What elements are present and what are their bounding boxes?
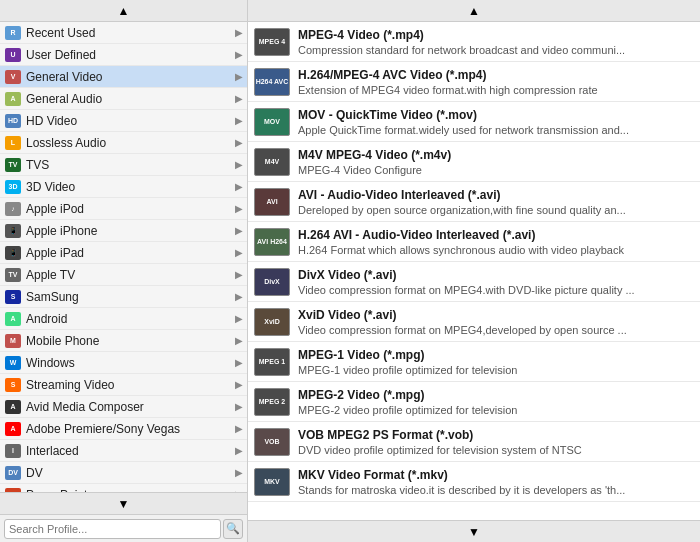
arrow-icon-adobe-premiere: ▶ [235, 423, 243, 434]
format-icon-divx: DivX [252, 265, 292, 298]
left-item-label-samsung: SamSung [26, 290, 235, 304]
arrow-icon-hd-video: ▶ [235, 115, 243, 126]
left-item-apple-ipod[interactable]: ♪Apple iPod▶ [0, 198, 247, 220]
left-item-lossless-audio[interactable]: LLossless Audio▶ [0, 132, 247, 154]
right-item-mpeg1[interactable]: MPEG 1MPEG-1 Video (*.mpg)MPEG-1 video p… [248, 342, 700, 382]
format-content-m4v: M4V MPEG-4 Video (*.m4v)MPEG-4 Video Con… [298, 145, 696, 178]
category-icon-tvs: TV [4, 157, 22, 173]
search-bar: 🔍 [0, 514, 247, 542]
right-panel: ▲ MPEG 4MPEG-4 Video (*.mp4)Compression … [248, 0, 700, 542]
format-icon-h264-avi: AVI H264 [252, 225, 292, 258]
right-scroll-down[interactable]: ▼ [248, 520, 700, 542]
search-button[interactable]: 🔍 [223, 519, 243, 539]
left-item-label-recent-used: Recent Used [26, 26, 235, 40]
format-content-mkv: MKV Video Format (*.mkv)Stands for matro… [298, 465, 696, 498]
left-item-mobile-phone[interactable]: MMobile Phone▶ [0, 330, 247, 352]
right-item-m4v[interactable]: M4VM4V MPEG-4 Video (*.m4v)MPEG-4 Video … [248, 142, 700, 182]
left-item-apple-ipad[interactable]: 📱Apple iPad▶ [0, 242, 247, 264]
left-list: RRecent Used▶UUser Defined▶VGeneral Vide… [0, 22, 247, 492]
category-icon-general-audio: A [4, 91, 22, 107]
format-icon-mkv: MKV [252, 465, 292, 498]
left-scroll-up[interactable]: ▲ [0, 0, 247, 22]
main-container: ▲ RRecent Used▶UUser Defined▶VGeneral Vi… [0, 0, 700, 542]
format-content-mpeg1: MPEG-1 Video (*.mpg)MPEG-1 video profile… [298, 345, 696, 378]
left-item-android[interactable]: AAndroid▶ [0, 308, 247, 330]
left-item-user-defined[interactable]: UUser Defined▶ [0, 44, 247, 66]
left-item-label-apple-ipod: Apple iPod [26, 202, 235, 216]
format-title-divx: DivX Video (*.avi) [298, 268, 696, 282]
format-content-xvid: XviD Video (*.avi)Video compression form… [298, 305, 696, 338]
format-desc-mpeg1: MPEG-1 video profile optimized for telev… [298, 364, 696, 376]
category-icon-hd-video: HD [4, 113, 22, 129]
search-input[interactable] [4, 519, 221, 539]
right-list: MPEG 4MPEG-4 Video (*.mp4)Compression st… [248, 22, 700, 520]
arrow-icon-windows: ▶ [235, 357, 243, 368]
left-item-label-user-defined: User Defined [26, 48, 235, 62]
left-item-label-apple-ipad: Apple iPad [26, 246, 235, 260]
right-item-mkv[interactable]: MKVMKV Video Format (*.mkv)Stands for ma… [248, 462, 700, 502]
category-icon-mobile-phone: M [4, 333, 22, 349]
left-item-label-apple-tv: Apple TV [26, 268, 235, 282]
left-item-label-interlaced: Interlaced [26, 444, 235, 458]
format-desc-h264-mp4: Extension of MPEG4 video format.with hig… [298, 84, 696, 96]
format-desc-divx: Video compression format on MPEG4.with D… [298, 284, 696, 296]
arrow-icon-streaming-video: ▶ [235, 379, 243, 390]
right-scroll-up[interactable]: ▲ [248, 0, 700, 22]
category-icon-user-defined: U [4, 47, 22, 63]
left-item-powerpoint[interactable]: PPowerPoint▶ [0, 484, 247, 492]
left-item-general-video[interactable]: VGeneral Video▶ [0, 66, 247, 88]
right-item-h264-mp4[interactable]: H264 AVCH.264/MPEG-4 AVC Video (*.mp4)Ex… [248, 62, 700, 102]
left-item-avid-media[interactable]: AAvid Media Composer▶ [0, 396, 247, 418]
category-icon-avid-media: A [4, 399, 22, 415]
right-item-h264-avi[interactable]: AVI H264H.264 AVI - Audio-Video Interlea… [248, 222, 700, 262]
left-item-label-android: Android [26, 312, 235, 326]
left-item-label-tvs: TVS [26, 158, 235, 172]
left-item-adobe-premiere[interactable]: AAdobe Premiere/Sony Vegas▶ [0, 418, 247, 440]
format-icon-xvid: XviD [252, 305, 292, 338]
format-icon-mpeg1: MPEG 1 [252, 345, 292, 378]
category-icon-samsung: S [4, 289, 22, 305]
right-item-xvid[interactable]: XviDXviD Video (*.avi)Video compression … [248, 302, 700, 342]
left-item-label-dv: DV [26, 466, 235, 480]
right-item-mpeg4[interactable]: MPEG 4MPEG-4 Video (*.mp4)Compression st… [248, 22, 700, 62]
arrow-icon-general-audio: ▶ [235, 93, 243, 104]
left-item-3d-video[interactable]: 3D3D Video▶ [0, 176, 247, 198]
left-item-general-audio[interactable]: AGeneral Audio▶ [0, 88, 247, 110]
arrow-icon-3d-video: ▶ [235, 181, 243, 192]
left-item-apple-tv[interactable]: TVApple TV▶ [0, 264, 247, 286]
left-item-label-apple-iphone: Apple iPhone [26, 224, 235, 238]
format-desc-m4v: MPEG-4 Video Configure [298, 164, 696, 176]
left-item-label-streaming-video: Streaming Video [26, 378, 235, 392]
format-title-h264-mp4: H.264/MPEG-4 AVC Video (*.mp4) [298, 68, 696, 82]
right-item-mpeg2[interactable]: MPEG 2MPEG-2 Video (*.mpg)MPEG-2 video p… [248, 382, 700, 422]
format-title-mpeg2: MPEG-2 Video (*.mpg) [298, 388, 696, 402]
arrow-icon-apple-iphone: ▶ [235, 225, 243, 236]
format-title-h264-avi: H.264 AVI - Audio-Video Interleaved (*.a… [298, 228, 696, 242]
left-item-tvs[interactable]: TVTVS▶ [0, 154, 247, 176]
left-item-streaming-video[interactable]: SStreaming Video▶ [0, 374, 247, 396]
category-icon-apple-ipad: 📱 [4, 245, 22, 261]
arrow-icon-lossless-audio: ▶ [235, 137, 243, 148]
category-icon-interlaced: I [4, 443, 22, 459]
left-item-windows[interactable]: WWindows▶ [0, 352, 247, 374]
left-item-interlaced[interactable]: IInterlaced▶ [0, 440, 247, 462]
category-icon-apple-tv: TV [4, 267, 22, 283]
format-title-m4v: M4V MPEG-4 Video (*.m4v) [298, 148, 696, 162]
format-title-mov: MOV - QuickTime Video (*.mov) [298, 108, 696, 122]
format-title-vob: VOB MPEG2 PS Format (*.vob) [298, 428, 696, 442]
left-scroll-down[interactable]: ▼ [0, 492, 247, 514]
left-item-hd-video[interactable]: HDHD Video▶ [0, 110, 247, 132]
left-item-apple-iphone[interactable]: 📱Apple iPhone▶ [0, 220, 247, 242]
left-item-recent-used[interactable]: RRecent Used▶ [0, 22, 247, 44]
left-item-samsung[interactable]: SSamSung▶ [0, 286, 247, 308]
right-item-vob[interactable]: VOBVOB MPEG2 PS Format (*.vob)DVD video … [248, 422, 700, 462]
right-item-divx[interactable]: DivXDivX Video (*.avi)Video compression … [248, 262, 700, 302]
left-item-label-windows: Windows [26, 356, 235, 370]
right-item-avi[interactable]: AVIAVI - Audio-Video Interleaved (*.avi)… [248, 182, 700, 222]
format-content-avi: AVI - Audio-Video Interleaved (*.avi)Der… [298, 185, 696, 218]
right-item-mov[interactable]: MOVMOV - QuickTime Video (*.mov)Apple Qu… [248, 102, 700, 142]
format-icon-mpeg4: MPEG 4 [252, 25, 292, 58]
left-item-dv[interactable]: DVDV▶ [0, 462, 247, 484]
format-desc-mkv: Stands for matroska video.it is describe… [298, 484, 696, 496]
arrow-icon-recent-used: ▶ [235, 27, 243, 38]
